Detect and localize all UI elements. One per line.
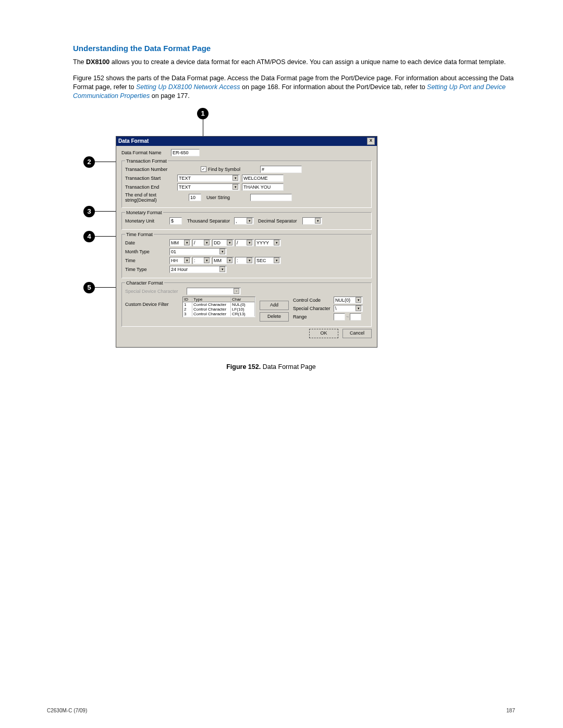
data-format-name-input[interactable]: ER-650: [171, 149, 200, 156]
time-type-label: Time Type: [125, 267, 169, 272]
month-type-label: Month Type: [125, 249, 169, 254]
table-row[interactable]: 1 Control Character NUL(0): [183, 302, 255, 307]
chevron-down-icon: ▾: [356, 305, 361, 311]
callout-2: 2: [83, 156, 118, 168]
month-type-combo[interactable]: 01▾: [169, 248, 227, 255]
date-sep1-combo[interactable]: /▾: [192, 239, 211, 246]
decimal-separator-label: Decimal Separator: [258, 218, 302, 224]
chevron-down-icon: ▾: [315, 218, 321, 224]
special-device-char-combo: ▾: [187, 288, 241, 295]
chevron-down-icon: ▾: [204, 240, 210, 245]
time-sep1-combo[interactable]: :▾: [192, 257, 211, 264]
paragraph-2: Figure 152 shows the parts of the Data F…: [73, 74, 515, 101]
time-part2-combo[interactable]: MM▾: [212, 257, 234, 264]
transaction-start-combo[interactable]: TEXT▾: [177, 175, 240, 182]
date-sep2-combo[interactable]: /▾: [235, 239, 254, 246]
footer-left: C2630M-C (7/09): [47, 708, 87, 713]
date-part3-combo[interactable]: YYYY▾: [255, 239, 281, 246]
decimal-separator-combo[interactable]: ▾: [302, 217, 322, 225]
special-character-combo[interactable]: \▾: [334, 305, 363, 312]
monetary-unit-label: Monetary Unit: [125, 218, 169, 224]
chevron-down-icon: ▾: [356, 297, 361, 303]
para2-c: on page 177.: [150, 92, 189, 100]
para1-prefix: The: [73, 58, 86, 66]
date-label: Date: [125, 240, 169, 245]
monetary-format-group: Monetary Format Monetary Unit $ Thousand…: [121, 210, 372, 230]
range-label: Range: [293, 314, 334, 319]
date-part1-combo[interactable]: MM▾: [169, 239, 191, 246]
th-id: ID: [183, 297, 192, 302]
filter-table[interactable]: ID Type Char 1 Control Character NUL(0) …: [182, 297, 255, 317]
table-row[interactable]: 2 Control Character LF(10): [183, 307, 255, 312]
footer-page-number: 187: [506, 708, 515, 713]
date-part2-combo[interactable]: DD▾: [212, 239, 234, 246]
th-type: Type: [192, 297, 231, 302]
transaction-format-group: Transaction Format Transaction Number ✓ …: [121, 158, 372, 208]
callout-3-circle: 3: [83, 206, 95, 217]
monetary-unit-input[interactable]: $: [169, 217, 182, 225]
ok-button[interactable]: OK: [309, 329, 338, 338]
character-format-group: Character Format Special Device Characte…: [121, 280, 372, 327]
chevron-down-icon: ▾: [234, 288, 239, 294]
chevron-down-icon: ▾: [274, 240, 279, 245]
chevron-down-icon: ▾: [227, 257, 232, 263]
time-type-combo[interactable]: 24 Hour▾: [169, 266, 227, 273]
user-string-input[interactable]: [250, 194, 292, 201]
callout-4-line: [95, 236, 118, 237]
chevron-down-icon: ▾: [274, 257, 279, 263]
callout-5: 5: [83, 282, 118, 293]
transaction-end-label: Transaction End: [125, 184, 177, 190]
chevron-down-icon: ▾: [247, 257, 252, 263]
range-to-input: [350, 313, 361, 320]
data-format-name-label: Data Format Name: [121, 150, 171, 155]
custom-device-filter-label: Custom Device Filter: [125, 297, 182, 307]
callout-3-line: [95, 211, 118, 212]
para2-b: on page 168. For information about the P…: [240, 83, 427, 91]
transaction-start-label: Transaction Start: [125, 176, 177, 181]
transaction-end-input[interactable]: THANK YOU: [242, 183, 284, 191]
character-format-legend: Character Format: [125, 280, 164, 286]
chevron-down-icon: ▾: [247, 240, 252, 245]
special-character-label: Special Character: [293, 306, 334, 311]
figure-caption: Figure 152. Data Format Page: [73, 363, 469, 371]
time-format-legend: Time Format: [125, 232, 154, 237]
section-heading: Understanding the Data Format Page: [73, 44, 515, 53]
time-part3-combo[interactable]: SEC▾: [255, 257, 281, 264]
link-network-access[interactable]: Setting Up DX8100 Network Access: [136, 83, 240, 91]
range-from-input: [334, 313, 345, 320]
thousand-separator-combo[interactable]: ,▾: [234, 217, 254, 225]
close-button[interactable]: X: [367, 138, 375, 145]
chevron-down-icon: ▾: [227, 240, 232, 245]
callout-2-line: [95, 162, 118, 162]
chevron-down-icon: ▾: [232, 175, 238, 181]
dialog-body: Data Format Name ER-650 Transaction Form…: [116, 146, 377, 347]
para1-bold: DX8100: [86, 58, 109, 66]
chevron-down-icon: ▾: [184, 257, 190, 263]
find-by-symbol-input[interactable]: #: [260, 166, 302, 173]
time-part1-combo[interactable]: HH▾: [169, 257, 191, 264]
dialog-titlebar: Data Format X: [116, 137, 377, 146]
figure-caption-text: Data Format Page: [261, 363, 316, 371]
find-by-symbol-label: Find by Symbol: [208, 167, 260, 172]
end-of-text-input[interactable]: 10: [189, 194, 201, 201]
user-string-label: User String: [206, 195, 250, 200]
callout-1-circle: 1: [197, 108, 209, 119]
table-row[interactable]: 3 Control Character CR(13): [183, 312, 255, 316]
add-button[interactable]: Add: [260, 301, 289, 310]
control-code-combo[interactable]: NUL(0)▾: [334, 297, 363, 304]
dialog-title: Data Format: [118, 138, 149, 144]
delete-button[interactable]: Delete: [260, 312, 289, 322]
figure-caption-bold: Figure 152.: [226, 363, 261, 371]
monetary-format-legend: Monetary Format: [125, 210, 163, 215]
time-sep2-combo[interactable]: :▾: [235, 257, 254, 264]
figure-152: 1 2 3 4 5 Data Format X: [73, 108, 469, 358]
paragraph-1: The DX8100 allows you to create a device…: [73, 58, 515, 67]
range-tilde: ~: [345, 314, 350, 319]
find-by-symbol-checkbox[interactable]: ✓: [201, 166, 206, 172]
transaction-start-input[interactable]: WELCOME: [242, 175, 284, 182]
transaction-end-combo[interactable]: TEXT▾: [177, 183, 240, 191]
cancel-button[interactable]: Cancel: [342, 329, 372, 338]
thousand-separator-label: Thousand Separator: [187, 218, 234, 224]
chevron-down-icon: ▾: [219, 266, 225, 272]
transaction-format-legend: Transaction Format: [125, 158, 168, 164]
